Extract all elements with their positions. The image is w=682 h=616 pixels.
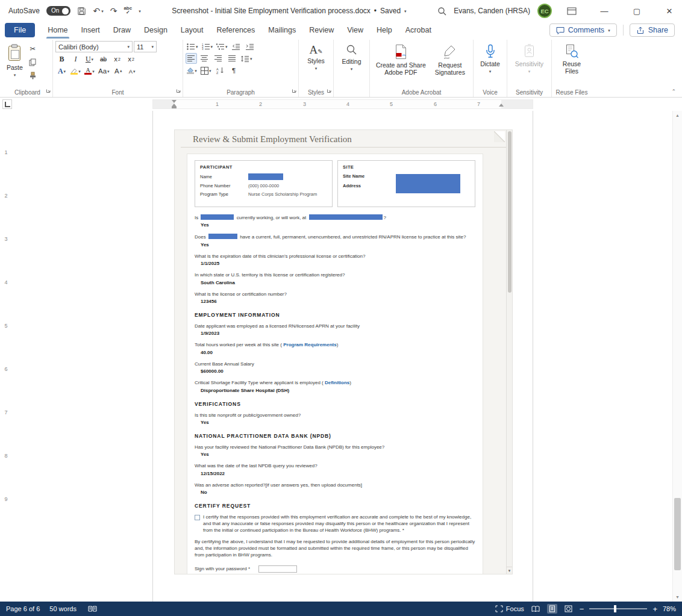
tab-stop-selector[interactable] bbox=[2, 99, 12, 109]
text-effects-button[interactable]: A▾ bbox=[55, 66, 68, 76]
dictate-button[interactable]: Dictate ▾ bbox=[476, 41, 504, 74]
numbering-button[interactable]: 123 ▾ bbox=[201, 41, 214, 52]
avatar[interactable]: EC bbox=[537, 4, 552, 18]
bullets-button[interactable]: ▾ bbox=[186, 41, 199, 52]
document-scrollbar[interactable]: ▲ ▼ bbox=[672, 111, 682, 602]
search-icon[interactable] bbox=[437, 7, 446, 16]
collapse-ribbon-button[interactable]: ⌃ bbox=[671, 89, 676, 95]
paragraph-dialog-launcher[interactable] bbox=[292, 85, 297, 96]
maximize-button[interactable]: ▢ bbox=[624, 0, 649, 22]
zoom-out-button[interactable]: − bbox=[580, 605, 584, 614]
justify-button[interactable] bbox=[226, 53, 239, 64]
italic-button[interactable]: I bbox=[69, 54, 82, 64]
change-case-button[interactable]: Aa▾ bbox=[97, 66, 111, 76]
create-pdf-button[interactable]: Create and Share Adobe PDF bbox=[372, 41, 430, 76]
document-title-area[interactable]: Screenshot - Initial Site Employment Ver… bbox=[141, 7, 438, 15]
redo-button[interactable]: ↷ bbox=[110, 6, 117, 16]
paste-button[interactable]: Paste ▾ bbox=[5, 41, 25, 81]
proofing-errors-icon[interactable] bbox=[86, 604, 99, 614]
multilevel-list-button[interactable]: ▾ bbox=[215, 41, 229, 52]
vertical-ruler[interactable]: 1 2 3 4 5 6 7 8 9 bbox=[1, 111, 11, 502]
user-name[interactable]: Evans, Canden (HRSA) bbox=[454, 7, 530, 15]
tab-references[interactable]: References bbox=[210, 22, 261, 39]
font-name-select[interactable]: Calibri (Body)▾ bbox=[55, 41, 133, 52]
styles-dialog-launcher[interactable] bbox=[327, 85, 332, 96]
cut-icon[interactable]: ✂ bbox=[27, 43, 39, 54]
request-signatures-button[interactable]: Request Signatures bbox=[430, 41, 471, 76]
scroll-thumb[interactable] bbox=[674, 498, 681, 570]
strikethrough-button[interactable]: ab bbox=[97, 54, 110, 64]
form-scroll-down-icon[interactable]: ▼ bbox=[507, 567, 512, 574]
tab-design[interactable]: Design bbox=[137, 22, 174, 39]
minimize-button[interactable]: — bbox=[592, 0, 617, 22]
zoom-in-button[interactable]: + bbox=[652, 605, 657, 614]
tab-draw[interactable]: Draw bbox=[107, 22, 137, 39]
shrink-font-button[interactable]: A▾ bbox=[126, 66, 139, 76]
read-mode-icon[interactable] bbox=[530, 605, 542, 614]
definitions-link[interactable]: Definitions bbox=[325, 380, 349, 385]
sensitivity-button[interactable]: Sensitivity ▾ bbox=[510, 41, 549, 74]
borders-button[interactable]: ▾ bbox=[199, 65, 213, 76]
tab-acrobat[interactable]: Acrobat bbox=[399, 22, 438, 39]
web-layout-icon[interactable] bbox=[563, 604, 574, 614]
zoom-level[interactable]: 78% bbox=[663, 605, 676, 612]
tab-view[interactable]: View bbox=[340, 22, 370, 39]
bold-button[interactable]: B bbox=[55, 54, 68, 64]
save-icon[interactable] bbox=[77, 7, 86, 16]
tab-insert[interactable]: Insert bbox=[75, 22, 107, 39]
zoom-slider-thumb[interactable] bbox=[614, 605, 616, 612]
styles-button[interactable]: A✎ Styles ▾ bbox=[301, 41, 331, 71]
format-painter-icon[interactable] bbox=[27, 70, 39, 81]
sort-button[interactable]: AZ bbox=[214, 65, 227, 76]
align-right-button[interactable] bbox=[212, 53, 225, 64]
font-dialog-launcher[interactable] bbox=[176, 85, 181, 96]
print-layout-icon[interactable] bbox=[547, 604, 557, 614]
reuse-files-button[interactable]: Reuse Files bbox=[554, 41, 589, 75]
zoom-slider[interactable] bbox=[589, 608, 647, 609]
comments-button[interactable]: Comments ▾ bbox=[549, 23, 617, 37]
underline-button[interactable]: U▾ bbox=[83, 54, 96, 64]
editing-button[interactable]: Editing ▾ bbox=[336, 41, 367, 72]
ribbon-display-options-icon[interactable] bbox=[559, 0, 584, 22]
saved-chevron-icon[interactable]: ▾ bbox=[404, 9, 407, 13]
decrease-indent-button[interactable] bbox=[230, 41, 243, 52]
document-page[interactable]: Review & Submit Employment Verification … bbox=[152, 111, 533, 602]
superscript-button[interactable]: x2 bbox=[125, 54, 137, 64]
form-scrollbar[interactable]: ▼ bbox=[506, 130, 512, 574]
tab-help[interactable]: Help bbox=[370, 22, 399, 39]
highlight-button[interactable]: ▾ bbox=[69, 66, 82, 76]
horizontal-ruler[interactable]: 1 2 3 4 5 6 7 bbox=[152, 99, 533, 109]
clipboard-dialog-launcher[interactable] bbox=[46, 85, 51, 96]
program-requirements-link[interactable]: Program Requirements bbox=[283, 342, 336, 347]
left-indent-marker[interactable] bbox=[172, 107, 177, 108]
share-button[interactable]: Share bbox=[630, 23, 675, 37]
shading-button[interactable]: ▾ bbox=[186, 65, 198, 76]
increase-indent-button[interactable] bbox=[244, 41, 257, 52]
certify-checkbox[interactable] bbox=[195, 515, 200, 520]
tab-mailings[interactable]: Mailings bbox=[261, 22, 302, 39]
copy-icon[interactable] bbox=[27, 57, 39, 67]
line-spacing-button[interactable]: ▾ bbox=[240, 53, 254, 64]
scroll-up-button[interactable]: ▲ bbox=[673, 111, 682, 120]
font-color-button[interactable]: A ▾ bbox=[83, 66, 96, 76]
subscript-button[interactable]: x2 bbox=[111, 54, 124, 64]
tab-review[interactable]: Review bbox=[302, 22, 340, 39]
show-marks-button[interactable]: ¶ bbox=[228, 65, 240, 76]
grow-font-button[interactable]: A▾ bbox=[112, 66, 125, 76]
word-count[interactable]: 50 words bbox=[49, 605, 77, 612]
password-input[interactable] bbox=[258, 565, 297, 573]
scroll-down-button[interactable]: ▼ bbox=[673, 593, 682, 602]
tab-layout[interactable]: Layout bbox=[174, 22, 210, 39]
right-indent-marker[interactable] bbox=[499, 104, 504, 107]
autosave-toggle[interactable]: On bbox=[46, 6, 70, 16]
tab-home[interactable]: Home bbox=[41, 22, 74, 39]
close-button[interactable]: ✕ bbox=[657, 0, 682, 22]
focus-button[interactable]: Focus bbox=[495, 605, 524, 612]
align-center-button[interactable] bbox=[198, 53, 211, 64]
align-left-button[interactable] bbox=[186, 53, 197, 64]
page-indicator[interactable]: Page 6 of 6 bbox=[6, 605, 40, 612]
spelling-check-icon[interactable]: abc✓ bbox=[124, 7, 132, 15]
embedded-form-screenshot[interactable]: Review & Submit Employment Verification … bbox=[174, 129, 513, 574]
font-size-select[interactable]: 11▾ bbox=[134, 41, 157, 52]
first-line-indent-marker[interactable] bbox=[172, 100, 177, 103]
